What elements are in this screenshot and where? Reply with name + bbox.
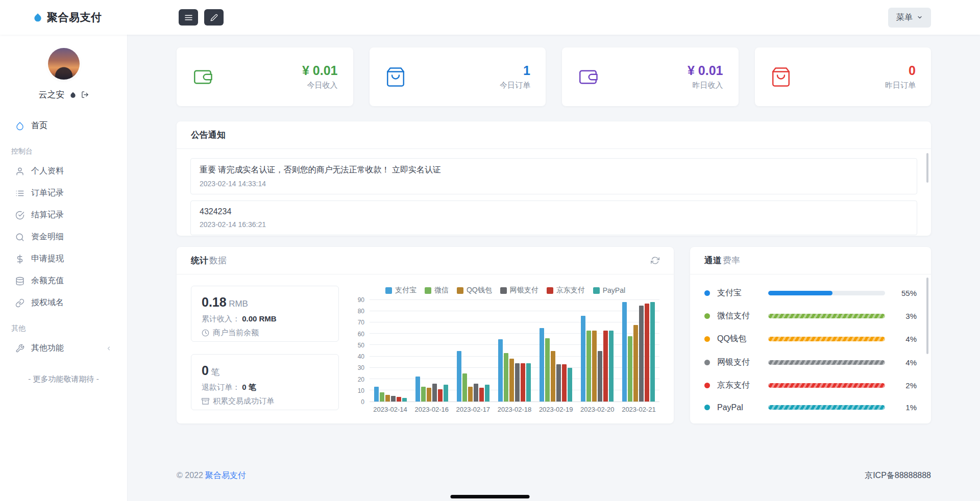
link-icon <box>15 298 24 308</box>
sidebar-item-label: 授权域名 <box>31 297 64 308</box>
x-tick-label: 2023-02-17 <box>452 406 494 413</box>
chart-bar[interactable] <box>639 306 644 402</box>
chart-bar[interactable] <box>551 351 555 402</box>
chart-bar[interactable] <box>581 316 585 402</box>
x-tick-label: 2023-02-20 <box>577 406 618 413</box>
chart-bar[interactable] <box>545 338 550 402</box>
chart-bar[interactable] <box>515 363 520 402</box>
sidebar-item-profile[interactable]: 个人资料 <box>0 160 127 182</box>
menu-dropdown-button[interactable]: 菜单 <box>888 8 931 28</box>
theme-drop-icon[interactable] <box>69 91 77 98</box>
chart-bar[interactable] <box>462 373 467 402</box>
announcement-item[interactable]: 重要 请完成实名认证，否则您的商户无法正常收款！ 立即实名认证 2023-02-… <box>190 158 917 194</box>
channel-row[interactable]: 京东支付 2% <box>704 377 917 394</box>
chart-bar[interactable] <box>415 377 420 402</box>
chart-bar[interactable] <box>540 328 544 402</box>
chart-bar[interactable] <box>521 363 525 402</box>
sidebar-item-recharge[interactable]: 余额充值 <box>0 270 127 292</box>
refund-count-value: 0 笔 <box>242 383 256 391</box>
sidebar-item-orders[interactable]: 订单记录 <box>0 182 127 204</box>
chart-bar[interactable] <box>609 331 614 402</box>
wrench-icon <box>15 344 24 353</box>
sidebar-section-other: 其他 <box>0 314 127 337</box>
legend-item[interactable]: 支付宝 <box>385 286 416 295</box>
scrollbar-thumb[interactable] <box>926 153 928 183</box>
chart-bar[interactable] <box>603 331 608 402</box>
chart-bar[interactable] <box>633 325 638 402</box>
stat-label: 昨日收入 <box>688 81 723 90</box>
chart-bar[interactable] <box>421 387 426 402</box>
chart-bar[interactable] <box>427 388 431 402</box>
sidebar-item-domains[interactable]: 授权域名 <box>0 292 127 314</box>
chart-bar[interactable] <box>380 392 384 402</box>
scrollbar-thumb[interactable] <box>926 278 928 354</box>
sidebar-toggle-button[interactable] <box>179 9 198 26</box>
brand[interactable]: 聚合易支付 <box>0 10 128 24</box>
chart-bar[interactable] <box>402 398 407 402</box>
list-icon <box>15 189 24 198</box>
channel-name: 网银支付 <box>717 357 761 368</box>
chart-bar[interactable] <box>468 387 473 402</box>
chart-bar[interactable] <box>397 397 401 402</box>
chart-bar[interactable] <box>628 336 632 402</box>
channel-row[interactable]: 微信支付 3% <box>704 308 917 324</box>
sidebar-item-funds[interactable]: 资金明细 <box>0 226 127 248</box>
chart-bar[interactable] <box>622 302 627 402</box>
chart-bar[interactable] <box>374 387 379 402</box>
sidebar-item-settlements[interactable]: 结算记录 <box>0 204 127 226</box>
chart-bar[interactable] <box>432 384 437 402</box>
chart-bar[interactable] <box>385 395 390 402</box>
chart-bar[interactable] <box>438 389 443 402</box>
announcement-item[interactable]: 4324234 2023-02-14 16:36:21 <box>190 201 917 235</box>
channel-row[interactable]: QQ钱包 4% <box>704 331 917 347</box>
chart-bar[interactable] <box>592 331 597 402</box>
chart-bar[interactable] <box>485 385 489 402</box>
sidebar-item-withdraw[interactable]: 申请提现 <box>0 248 127 270</box>
chart-bar[interactable] <box>391 396 396 402</box>
theme-brush-button[interactable] <box>204 9 224 26</box>
channel-row[interactable]: 支付宝 55% <box>704 285 917 302</box>
y-tick-label: 60 <box>358 331 364 338</box>
chart-bar[interactable] <box>645 304 649 402</box>
chart-bar[interactable] <box>498 339 503 402</box>
channel-rate: 1% <box>892 403 917 412</box>
channels-title: 通道 <box>704 255 722 266</box>
chart-bar[interactable] <box>562 364 567 402</box>
legend-item[interactable]: QQ钱包 <box>457 286 492 295</box>
refresh-icon[interactable] <box>651 256 659 265</box>
y-tick-label: 20 <box>358 376 364 383</box>
chart-bar[interactable] <box>598 351 602 402</box>
chart-bar[interactable] <box>457 351 461 402</box>
channel-row[interactable]: PayPal 1% <box>704 400 917 415</box>
channel-name: 微信支付 <box>717 311 761 321</box>
sidebar-item-label: 订单记录 <box>31 188 64 198</box>
chart-bar[interactable] <box>474 384 478 402</box>
stat-card-yesterday-orders[interactable]: 0 昨日订单 <box>755 47 932 106</box>
stat-card-today-orders[interactable]: 1 今日订单 <box>370 47 546 106</box>
legend-item[interactable]: 微信 <box>425 286 449 295</box>
chart-bar[interactable] <box>556 364 561 402</box>
chart-bar[interactable] <box>444 385 448 402</box>
chart-bar[interactable] <box>586 331 591 402</box>
stat-label: 昨日订单 <box>885 81 916 90</box>
avatar[interactable] <box>48 48 80 80</box>
chart-bar[interactable] <box>568 368 572 402</box>
logout-icon[interactable] <box>81 91 89 98</box>
sidebar-item-home[interactable]: 首页 <box>0 115 127 137</box>
chart-bar[interactable] <box>504 353 508 402</box>
sidebar-item-other-functions[interactable]: 其他功能 <box>0 337 127 359</box>
balance-caption: 商户当前余额 <box>213 328 259 338</box>
legend-item[interactable]: 京东支付 <box>547 286 585 295</box>
stat-card-today-income[interactable]: ¥ 0.01 今日收入 <box>177 47 353 106</box>
footer-brand-link[interactable]: 聚合易支付 <box>205 471 246 480</box>
chart-bar[interactable] <box>650 302 655 402</box>
chart-bar[interactable] <box>479 388 484 402</box>
bar-group <box>494 300 535 402</box>
chart-bar[interactable] <box>509 359 514 402</box>
channel-row[interactable]: 网银支付 4% <box>704 354 917 371</box>
chart-bar[interactable] <box>526 363 531 402</box>
legend-item[interactable]: 网银支付 <box>500 286 538 295</box>
legend-item[interactable]: PayPal <box>593 286 625 295</box>
statistics-title: 统计 <box>191 255 208 266</box>
stat-card-yesterday-income[interactable]: ¥ 0.01 昨日收入 <box>562 47 739 106</box>
